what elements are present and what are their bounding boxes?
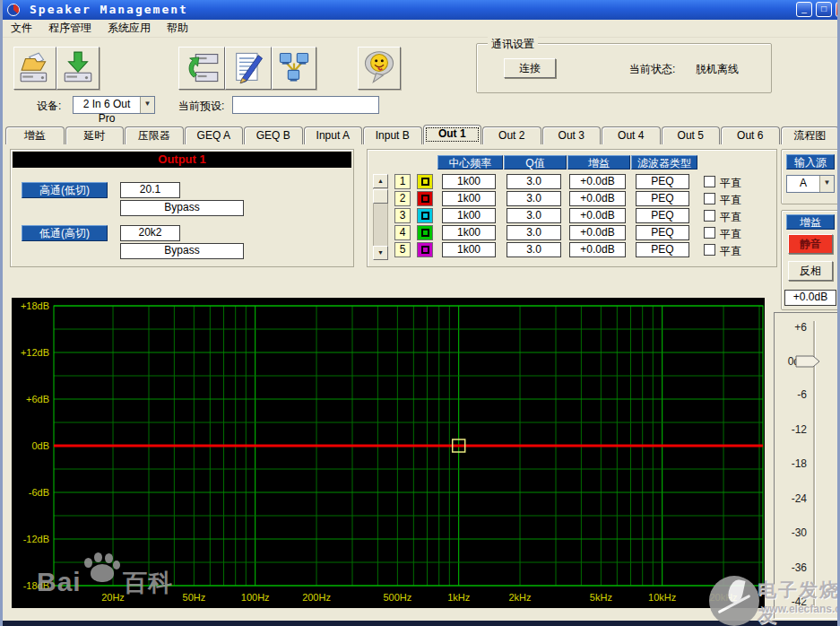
swatch-ring (421, 178, 429, 186)
eq-q-field[interactable]: 3.0 (507, 191, 561, 206)
lpf-button[interactable]: 低通(高切) (22, 225, 108, 241)
eq-q-field[interactable]: 3.0 (507, 242, 561, 257)
eq-band-color-button[interactable] (417, 208, 433, 223)
tab-input-b[interactable]: Input B (363, 126, 422, 144)
eq-type-field[interactable]: PEQ (636, 225, 689, 240)
eq-band-color-button[interactable] (417, 191, 433, 206)
eq-gain-field[interactable]: +0.0dB (569, 191, 626, 206)
eq-scroll-thumb[interactable] (373, 189, 388, 204)
eq-row-number: 3 (394, 208, 411, 223)
tab-limiter[interactable]: 压限器 (125, 126, 184, 144)
graph-y-tick: +12dB (21, 347, 49, 358)
tab-out-4[interactable]: Out 4 (602, 126, 661, 144)
tab-geq-b[interactable]: GEQ B (244, 126, 303, 144)
input-source-combobox[interactable]: A ▼ (786, 175, 835, 193)
eq-type-field[interactable]: PEQ (636, 174, 689, 189)
baidu-paw-icon (83, 552, 121, 583)
network-nodes-icon (276, 49, 312, 88)
tab-gain[interactable]: 增益 (5, 126, 65, 144)
gain-legend: 增益 (786, 214, 835, 230)
eq-band-color-button[interactable] (417, 225, 433, 240)
eq-gain-field[interactable]: +0.0dB (569, 208, 626, 223)
tab-out-2[interactable]: Out 2 (482, 126, 541, 144)
eq-gain-field[interactable]: +0.0dB (569, 242, 626, 257)
tab-flowchart[interactable]: 流程图 (781, 126, 840, 144)
mute-button[interactable]: 静音 (788, 234, 833, 254)
menu-file[interactable]: 文件 (3, 19, 40, 38)
eq-gain-field[interactable]: +0.0dB (569, 174, 626, 189)
title-bar: Speaker Management _ □ × (3, 0, 840, 20)
graph-y-tick: +6dB (26, 394, 49, 404)
chevron-down-icon[interactable]: ▼ (140, 97, 154, 113)
graph-y-tick: -12dB (23, 534, 49, 544)
eq-flat-label: 平直 (720, 192, 741, 208)
eq-header-freq: 中心频率 (437, 155, 503, 170)
close-button[interactable]: × (836, 2, 840, 17)
app-window: Speaker Management _ □ × 文件 程序管理 系统应用 帮助 (0, 0, 840, 626)
device-combobox-value: 2 In 6 Out Pro (74, 97, 140, 113)
gain-group: 增益 静音 反相 +0.0dB (781, 210, 840, 310)
eq-freq-field[interactable]: 1k00 (442, 242, 496, 257)
tab-out-3[interactable]: Out 3 (542, 126, 602, 144)
eq-freq-field[interactable]: 1k00 (442, 174, 496, 189)
tab-input-a[interactable]: Input A (304, 126, 363, 144)
fader-handle[interactable] (795, 355, 820, 368)
open-file-button[interactable] (13, 47, 56, 90)
elecfans-watermark: 电子发烧友 www.elecfans.com (702, 552, 840, 624)
tab-out-5[interactable]: Out 5 (662, 126, 721, 144)
about-button[interactable] (358, 47, 401, 90)
eq-freq-field[interactable]: 1k00 (442, 191, 496, 206)
edit-preset-button[interactable] (225, 47, 272, 90)
swatch-dot (423, 196, 428, 201)
hpf-bypass-button[interactable]: Bypass (120, 200, 244, 216)
eq-flat-checkbox[interactable] (704, 210, 715, 222)
menu-help[interactable]: 帮助 (159, 19, 196, 38)
invert-phase-button[interactable]: 反相 (788, 261, 833, 281)
preset-input[interactable] (232, 96, 379, 114)
eq-flat-checkbox[interactable] (704, 176, 715, 187)
minimize-button[interactable]: _ (796, 2, 812, 17)
network-button[interactable] (272, 47, 316, 90)
device-combobox[interactable]: 2 In 6 Out Pro ▼ (73, 96, 155, 114)
eq-band-color-button[interactable] (417, 242, 433, 257)
eq-band-color-button[interactable] (417, 174, 433, 189)
lpf-freq-field[interactable]: 20k2 (120, 225, 180, 241)
tab-geq-a[interactable]: GEQ A (185, 126, 244, 144)
eq-gain-field[interactable]: +0.0dB (569, 225, 626, 240)
sync-device-button[interactable] (178, 47, 225, 90)
tab-out-1[interactable]: Out 1 (423, 125, 482, 144)
eq-scroll-down-icon[interactable]: ▼ (373, 246, 388, 260)
hpf-freq-field[interactable]: 20.1 (120, 182, 180, 198)
output-panel: Output 1 高通(低切) 20.1 Bypass 低通(高切) 20k2 … (10, 149, 354, 267)
eq-flat-checkbox[interactable] (704, 193, 715, 204)
eq-flat-label: 平直 (720, 175, 741, 191)
eq-header-type: 滤波器类型 (631, 155, 697, 170)
eq-freq-field[interactable]: 1k00 (442, 208, 496, 223)
eq-type-field[interactable]: PEQ (636, 242, 689, 257)
connect-button[interactable]: 连接 (504, 58, 556, 78)
chevron-down-icon[interactable]: ▼ (819, 176, 834, 192)
tab-strip: 增益 延时 压限器 GEQ A GEQ B Input A Input B Ou… (5, 125, 840, 144)
tab-delay[interactable]: 延时 (65, 126, 125, 144)
eq-flat-checkbox[interactable] (704, 227, 715, 239)
eq-q-field[interactable]: 3.0 (507, 208, 561, 223)
eq-header-gain: 增益 (567, 155, 630, 170)
baidu-text-left: Bai (37, 567, 82, 597)
save-to-device-button[interactable] (56, 47, 100, 90)
eq-flat-label: 平直 (720, 243, 741, 259)
eq-q-field[interactable]: 3.0 (507, 225, 561, 240)
eq-q-field[interactable]: 3.0 (507, 174, 561, 189)
eq-scroll-up-icon[interactable]: ▲ (373, 174, 388, 188)
gain-value-field[interactable]: +0.0dB (784, 290, 836, 306)
hpf-button[interactable]: 高通(低切) (22, 182, 108, 198)
menu-program[interactable]: 程序管理 (40, 19, 100, 38)
eq-type-field[interactable]: PEQ (636, 208, 689, 223)
menu-system[interactable]: 系统应用 (100, 19, 159, 38)
eq-freq-field[interactable]: 1k00 (442, 225, 496, 240)
eq-row-number: 1 (394, 174, 411, 189)
maximize-button[interactable]: □ (816, 2, 832, 17)
lpf-bypass-button[interactable]: Bypass (120, 243, 244, 259)
eq-type-field[interactable]: PEQ (636, 191, 689, 206)
eq-flat-checkbox[interactable] (704, 244, 715, 256)
tab-out-6[interactable]: Out 6 (721, 126, 780, 144)
